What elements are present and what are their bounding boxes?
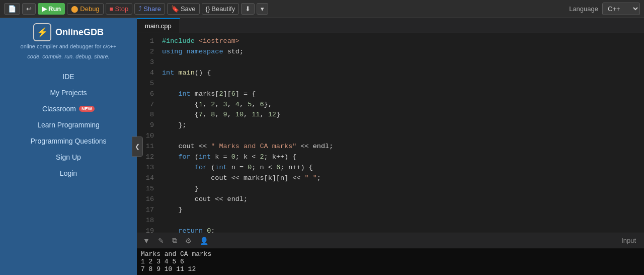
sidebar: ⚡ OnlineGDB online compiler and debugger… bbox=[0, 18, 137, 275]
stop-label: Stop bbox=[115, 5, 128, 13]
output-content: Marks and CA marks 1 2 3 4 5 6 7 8 9 10 … bbox=[137, 248, 644, 275]
new-file-button[interactable]: 📄 bbox=[4, 3, 20, 15]
bookmark-icon: 🔖 bbox=[171, 5, 179, 13]
sidebar-item-login[interactable]: Login bbox=[0, 165, 137, 181]
code-editor[interactable]: 1 2 3 4 5 6 7 8 9 10 11 12 13 14 15 16 1… bbox=[137, 33, 644, 233]
file-tabs: main.cpp bbox=[137, 18, 644, 33]
save-button[interactable]: 🔖 Save bbox=[167, 3, 200, 15]
beautify-label: Beautify bbox=[211, 5, 235, 13]
code-content[interactable]: #include <iostream> using namespace std;… bbox=[158, 33, 644, 233]
debug-button[interactable]: ⬤ Debug bbox=[67, 3, 103, 15]
sidebar-collapse-button[interactable]: ❮ bbox=[132, 136, 143, 157]
run-button[interactable]: ▶ Run bbox=[38, 3, 65, 15]
debug-icon: ⬤ bbox=[71, 5, 78, 13]
stop-button[interactable]: ■ Stop bbox=[106, 3, 133, 15]
main-toolbar: 📄 ↩ ▶ Run ⬤ Debug ■ Stop ⤴ Share 🔖 Save … bbox=[0, 0, 644, 18]
sidebar-item-my-projects[interactable]: My Projects bbox=[0, 85, 137, 101]
sidebar-item-sign-up[interactable]: Sign Up bbox=[0, 149, 137, 165]
pencil-icon[interactable]: ✎ bbox=[156, 236, 166, 246]
share-button[interactable]: ⤴ Share bbox=[134, 3, 165, 15]
share-icon: ⤴ bbox=[138, 5, 142, 13]
terminal-icon[interactable]: ▼ bbox=[141, 236, 152, 246]
output-line-1: Marks and CA marks bbox=[141, 250, 640, 258]
bottom-toolbar: ▼ ✎ ⧉ ⚙ 👤 input bbox=[137, 233, 644, 248]
sidebar-item-learn-programming[interactable]: Learn Programming bbox=[0, 117, 137, 133]
output-line-3: 7 8 9 10 11 12 bbox=[141, 265, 640, 273]
line-numbers: 1 2 3 4 5 6 7 8 9 10 11 12 13 14 15 16 1… bbox=[137, 33, 158, 233]
logo-container: ⚡ OnlineGDB bbox=[33, 23, 104, 41]
file-tab-main-cpp[interactable]: main.cpp bbox=[137, 18, 180, 33]
language-label: Language bbox=[569, 5, 598, 13]
braces-icon: {} bbox=[206, 5, 210, 13]
download-button[interactable]: ⬇ bbox=[241, 3, 255, 15]
bottom-panel: ▼ ✎ ⧉ ⚙ 👤 input Marks and CA marks 1 2 3… bbox=[137, 233, 644, 275]
debug-label: Debug bbox=[80, 5, 99, 13]
save-label: Save bbox=[181, 5, 196, 13]
run-label: Run bbox=[48, 5, 61, 13]
open-file-button[interactable]: ↩ bbox=[22, 3, 36, 15]
output-line-2: 1 2 3 4 5 6 bbox=[141, 258, 640, 265]
share-label: Share bbox=[143, 5, 161, 13]
main-area: ⚡ OnlineGDB online compiler and debugger… bbox=[0, 18, 644, 275]
beautify-button[interactable]: {} Beautify bbox=[202, 3, 239, 15]
language-select[interactable]: C++ C Java Python bbox=[602, 3, 640, 15]
logo-icon: ⚡ bbox=[33, 23, 51, 41]
person-icon[interactable]: 👤 bbox=[198, 236, 210, 246]
app-slogan: code. compile. run. debug. share. bbox=[27, 53, 109, 59]
gear-icon[interactable]: ⚙ bbox=[183, 236, 194, 246]
run-icon: ▶ bbox=[42, 5, 47, 13]
new-badge: new bbox=[79, 106, 95, 112]
stop-icon: ■ bbox=[110, 5, 114, 13]
input-label: input bbox=[622, 237, 636, 244]
app-tagline: online compiler and debugger for c/c++ bbox=[21, 43, 117, 49]
sidebar-item-classroom[interactable]: Classroom new bbox=[0, 101, 137, 117]
sidebar-item-ide[interactable]: IDE bbox=[0, 68, 137, 85]
editor-area: main.cpp 1 2 3 4 5 6 7 8 9 10 11 12 13 1… bbox=[137, 18, 644, 275]
layers-icon[interactable]: ⧉ bbox=[170, 235, 179, 246]
sidebar-item-programming-questions[interactable]: Programming Questions bbox=[0, 133, 137, 149]
more-button[interactable]: ▾ bbox=[257, 3, 268, 15]
app-name: OnlineGDB bbox=[55, 27, 104, 38]
